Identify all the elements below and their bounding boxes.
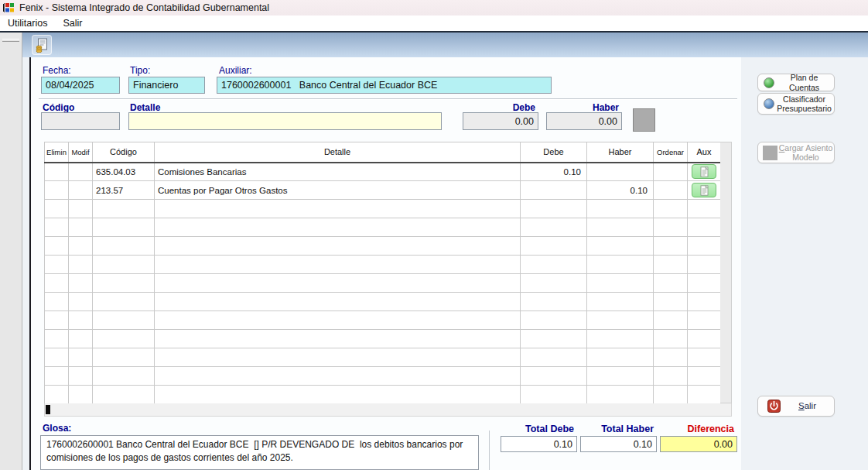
grid-header-row: Elimin Modif Código Detalle Debe Haber O… (45, 142, 721, 163)
aux-button[interactable] (692, 183, 716, 197)
cell-codigo[interactable]: 635.04.03 (93, 163, 155, 181)
cargar-label-line1: Cargar Asiento (777, 143, 834, 153)
table-row-empty (45, 200, 721, 218)
total-debe-label: Total Debe (501, 424, 574, 434)
auxiliar-label: Auxiliar: (219, 65, 252, 76)
section-divider (39, 98, 737, 100)
plan-de-cuentas-button[interactable]: Plan de Cuentas (757, 74, 835, 91)
detalle-entry-input[interactable] (128, 112, 442, 130)
col-header-haber: Haber (587, 142, 654, 163)
glosa-textarea[interactable]: 1760002600001 Banco Central del Ecuador … (40, 435, 479, 470)
footer-divider (489, 431, 490, 470)
haber-entry-label: Haber (546, 102, 619, 113)
aux-button[interactable] (692, 164, 716, 179)
col-header-codigo: Código (93, 142, 155, 163)
splitter-handle[interactable] (2, 39, 19, 42)
table-row-empty (45, 293, 721, 311)
left-sidebar (0, 33, 22, 470)
col-header-modif: Modif (69, 142, 93, 163)
cell-ordenar[interactable] (654, 163, 688, 181)
document-coins-icon (35, 38, 49, 53)
new-voucher-button[interactable] (32, 35, 52, 55)
grid-body: 635.04.03 Comisiones Bancarias 0.10 (45, 163, 721, 404)
note-icon (700, 166, 709, 177)
cargar-label-line2: Modelo (777, 153, 834, 162)
col-header-debe: Debe (521, 142, 587, 163)
auxiliar-input[interactable]: 1760002600001 Banco Central del Ecuador … (217, 77, 552, 94)
codigo-entry-label: Código (43, 102, 74, 113)
total-haber-label: Total Haber (580, 424, 654, 434)
debe-entry-input[interactable]: 0.00 (463, 112, 538, 130)
cell-detalle[interactable]: Cuentas por Pagar Otros Gastos (155, 181, 521, 200)
cell-aux (688, 163, 721, 181)
codigo-entry-input[interactable] (41, 112, 120, 130)
application-window: Fenix - Sistema Integrado de Contabilida… (0, 0, 868, 470)
note-icon (700, 185, 709, 196)
menu-utilitarios[interactable]: Utilitarios (0, 15, 55, 31)
scrollbar-thumb[interactable] (46, 405, 50, 414)
cell-elimin[interactable] (45, 181, 69, 200)
table-row-empty (45, 367, 721, 386)
table-row: 635.04.03 Comisiones Bancarias 0.10 (45, 163, 721, 181)
table-row-empty (45, 348, 721, 367)
table-row-empty (45, 330, 721, 348)
menu-bar: Utilitarios Salir (0, 15, 868, 33)
plan-de-cuentas-label: Plan de Cuentas (774, 73, 834, 91)
salir-label: Salir (781, 401, 834, 411)
diferencia-value: 0.00 (660, 436, 737, 452)
glosa-label: Glosa: (43, 423, 71, 434)
fecha-input[interactable]: 08/04/2025 (41, 77, 120, 94)
cell-debe[interactable]: 0.10 (521, 163, 587, 181)
col-header-elimin: Elimin (45, 142, 69, 163)
title-bar: Fenix - Sistema Integrado de Contabilida… (0, 0, 868, 15)
grid-vertical-scrollbar[interactable] (720, 142, 732, 403)
table-row-empty (45, 311, 721, 330)
cell-detalle[interactable]: Comisiones Bancarias (155, 163, 521, 181)
col-header-detalle: Detalle (155, 142, 521, 163)
total-haber-value: 0.10 (580, 436, 657, 452)
debe-entry-label: Debe (463, 102, 535, 113)
table-row-empty (45, 386, 721, 404)
clasificador-label-line2: Presupuestario (774, 104, 834, 113)
col-header-ordenar: Ordenar (654, 142, 688, 163)
clasificador-presupuestario-button[interactable]: Clasificador Presupuestario (757, 93, 835, 115)
cell-aux (688, 181, 721, 200)
table-row: 213.57 Cuentas por Pagar Otros Gastos 0.… (45, 181, 721, 200)
clasificador-label-line1: Clasificador (774, 94, 834, 104)
table-row-empty (45, 274, 721, 293)
tipo-label: Tipo: (130, 65, 150, 76)
cell-haber[interactable]: 0.10 (587, 181, 654, 200)
table-row-empty (45, 256, 721, 274)
cell-elimin[interactable] (45, 163, 69, 181)
power-icon (767, 400, 781, 413)
cell-haber[interactable] (587, 163, 654, 181)
detalle-entry-label: Detalle (130, 102, 160, 113)
cell-debe[interactable] (521, 181, 587, 200)
cell-modif[interactable] (69, 163, 93, 181)
main-toolbar (22, 33, 868, 57)
total-debe-value: 0.10 (501, 436, 577, 452)
window-title: Fenix - Sistema Integrado de Contabilida… (19, 2, 269, 13)
cell-ordenar[interactable] (654, 181, 688, 200)
haber-entry-input[interactable]: 0.00 (546, 112, 622, 130)
blue-sphere-icon (764, 98, 774, 109)
green-sphere-icon (764, 77, 774, 88)
tipo-input[interactable]: Financiero (128, 77, 205, 94)
fecha-label: Fecha: (43, 65, 71, 76)
entries-grid: Elimin Modif Código Detalle Debe Haber O… (44, 142, 721, 404)
salir-button[interactable]: Salir (757, 396, 835, 417)
cell-modif[interactable] (69, 181, 93, 200)
app-logo-icon (3, 2, 15, 14)
menu-salir[interactable]: Salir (55, 15, 90, 31)
cargar-asiento-modelo-button[interactable]: Cargar Asiento Modelo (757, 142, 835, 163)
table-row-empty (45, 218, 721, 237)
add-line-button[interactable] (633, 108, 655, 132)
col-header-aux: Aux (688, 142, 721, 163)
diferencia-label: Diferencia (660, 424, 734, 434)
table-row-empty (45, 237, 721, 256)
grid-horizontal-scrollbar[interactable] (44, 403, 732, 417)
gray-square-icon (763, 146, 777, 160)
cell-codigo[interactable]: 213.57 (93, 181, 155, 200)
